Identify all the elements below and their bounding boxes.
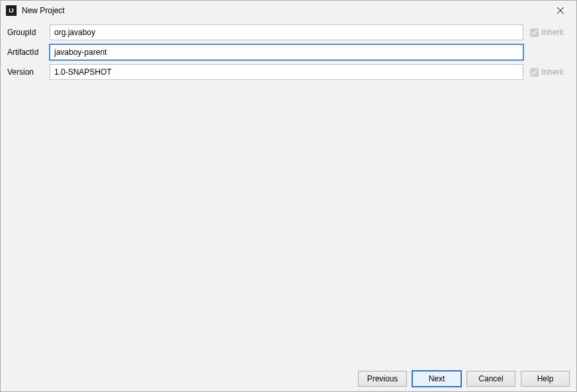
version-inherit-checkbox <box>530 68 539 77</box>
cancel-button[interactable]: Cancel <box>466 371 515 387</box>
close-button[interactable] <box>547 1 574 20</box>
close-icon <box>557 7 564 14</box>
version-input[interactable] <box>50 64 523 80</box>
app-icon: IJ <box>6 5 17 16</box>
groupid-inherit: Inherit <box>523 28 570 37</box>
version-inherit: Inherit <box>523 67 570 77</box>
groupid-label: GroupId <box>7 28 50 37</box>
groupid-inherit-label: Inherit <box>541 28 563 37</box>
groupid-inherit-checkbox <box>530 28 539 37</box>
previous-button[interactable]: Previous <box>358 371 407 387</box>
version-row: Version Inherit <box>7 64 570 80</box>
help-button[interactable]: Help <box>521 371 570 387</box>
next-button[interactable]: Next <box>412 371 461 387</box>
button-bar: Previous Next Cancel Help <box>1 366 576 391</box>
titlebar: IJ New Project <box>1 1 576 20</box>
version-label: Version <box>7 67 50 77</box>
groupid-input[interactable] <box>50 24 523 40</box>
version-inherit-label: Inherit <box>541 67 563 77</box>
artifactid-label: ArtifactId <box>7 48 50 57</box>
window-title: New Project <box>22 6 547 15</box>
form-content: GroupId Inherit ArtifactId Version Inher… <box>1 20 576 88</box>
artifactid-row: ArtifactId <box>7 44 570 60</box>
groupid-row: GroupId Inherit <box>7 24 570 40</box>
artifactid-input[interactable] <box>50 44 523 60</box>
